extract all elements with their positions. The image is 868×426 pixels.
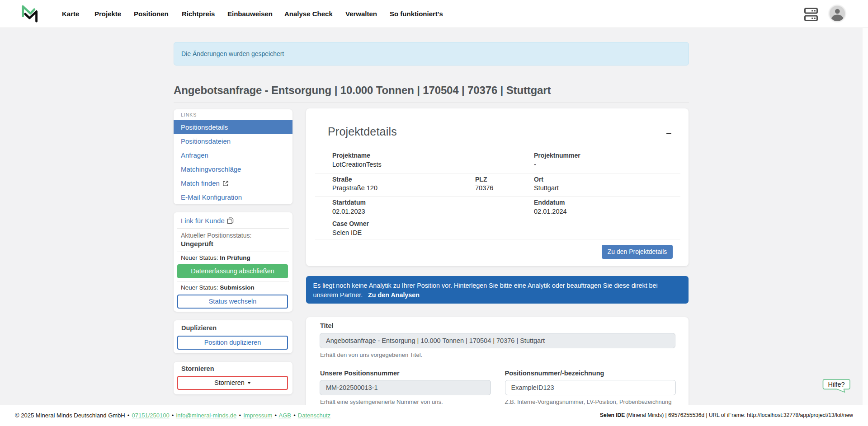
svg-text:Hilfe?: Hilfe? [828,381,844,388]
